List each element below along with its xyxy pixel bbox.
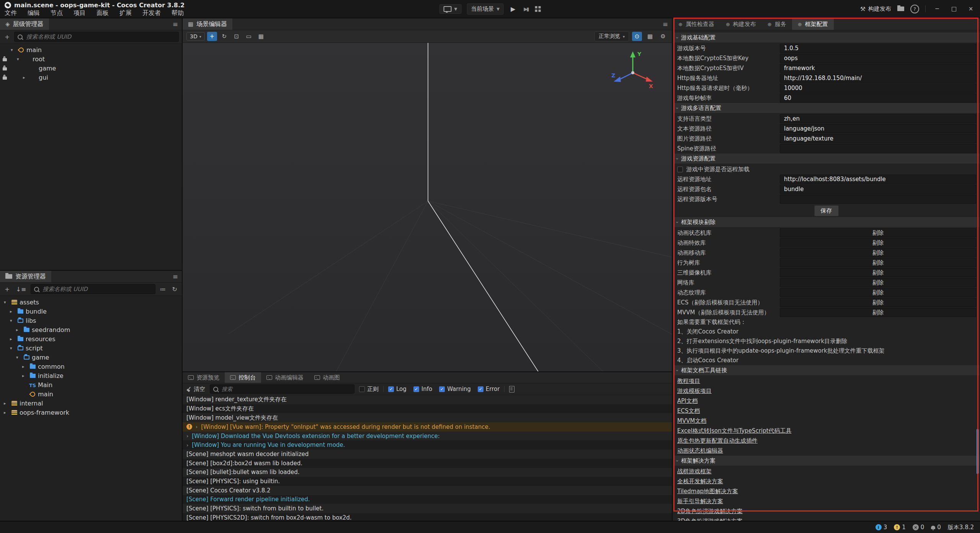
doc-link[interactable]: MVVM文档 xyxy=(677,417,706,425)
filter-icon[interactable]: ≔ xyxy=(158,286,168,293)
text-input[interactable]: zh,en xyxy=(780,114,976,123)
panel-menu-icon[interactable]: ≡ xyxy=(663,18,668,30)
log-row[interactable]: ! › [Scene] [PHYSICS]: switch from built… xyxy=(183,504,672,513)
tree-expand-arrow[interactable] xyxy=(4,300,10,305)
log-row[interactable]: ! › [Window] You are running Vue in deve… xyxy=(183,440,672,450)
tree-item[interactable]: common xyxy=(0,362,182,371)
remove-module-button[interactable]: 剔除 xyxy=(780,278,976,287)
tree-item[interactable]: gui xyxy=(0,73,182,82)
console-tab[interactable]: ›_ 动画图 xyxy=(309,372,345,383)
log-row[interactable]: ! › [Window] Download the Vue Devtools e… xyxy=(183,432,672,441)
tree-item[interactable]: assets xyxy=(0,298,182,307)
log-row[interactable]: ! › [Scene] [PHYSICS]: using builtin. xyxy=(183,477,672,486)
expand-arrow-icon[interactable]: › xyxy=(186,433,188,439)
tree-expand-arrow[interactable] xyxy=(10,346,16,351)
hierarchy-tab[interactable]: ◈ 层级管理器 xyxy=(0,18,49,30)
remove-module-button[interactable]: 剔除 xyxy=(780,288,976,297)
tree-item[interactable]: bundle xyxy=(0,307,182,316)
inspector-scrollbar-thumb[interactable] xyxy=(977,429,979,474)
step-button[interactable]: ▶▮ xyxy=(522,6,529,12)
section-header-docs[interactable]: › 框架文档工具链接 xyxy=(673,365,979,375)
tree-expand-arrow[interactable] xyxy=(17,57,23,62)
hierarchy-search-input[interactable] xyxy=(14,32,179,42)
assets-tab[interactable]: 资源管理器 xyxy=(0,271,51,282)
text-input[interactable]: 1.0.5 xyxy=(780,44,976,53)
text-input[interactable]: oops xyxy=(780,54,976,63)
log-row[interactable]: ! › [Scene] Forward render pipeline init… xyxy=(183,495,672,504)
tree-expand-arrow[interactable] xyxy=(10,309,16,314)
axis-gizmo[interactable]: Y X Z xyxy=(611,49,657,95)
notification-count[interactable]: 0 xyxy=(931,524,941,531)
tree-item[interactable]: root xyxy=(0,54,182,64)
doc-link[interactable]: Excel格式转Json文件与TypeScript代码工具 xyxy=(677,427,792,435)
panel-menu-icon[interactable]: ≡ xyxy=(173,18,178,30)
inspector-tab[interactable]: ⊕ 属性检查器 xyxy=(673,18,720,30)
help-icon[interactable]: ? xyxy=(910,5,919,13)
save-button[interactable]: 保存 xyxy=(814,205,839,216)
tree-item[interactable]: libs xyxy=(0,316,182,325)
tree-expand-arrow[interactable] xyxy=(22,364,29,369)
solution-link[interactable]: 战棋游戏框架 xyxy=(677,468,712,475)
text-input[interactable]: 10000 xyxy=(780,83,976,93)
scene-viewport[interactable]: Y X Z xyxy=(183,43,672,372)
text-input[interactable]: 60 xyxy=(780,93,976,103)
inspector-tab[interactable]: ⊕ 服务 xyxy=(762,18,792,30)
log-filter-checkbox[interactable]: Info xyxy=(413,386,432,392)
tree-expand-arrow[interactable] xyxy=(4,410,10,415)
ui-transform-tool-button[interactable]: ▦ xyxy=(256,32,266,41)
checkbox-checked-icon[interactable] xyxy=(439,386,445,392)
grid-toggle-button[interactable]: ▦ xyxy=(645,32,655,41)
tree-item[interactable]: game xyxy=(0,353,182,362)
play-button[interactable]: ▶ xyxy=(509,5,517,13)
tree-expand-arrow[interactable] xyxy=(4,401,10,406)
section-header-language[interactable]: › 游戏多语言配置 xyxy=(673,103,979,113)
scale-tool-button[interactable]: ⊡ xyxy=(232,32,242,41)
section-header-resource[interactable]: › 游戏资源配置 xyxy=(673,154,979,163)
solution-link[interactable]: 新手引导解决方案 xyxy=(677,498,723,505)
doc-link[interactable]: API文档 xyxy=(677,397,698,405)
assets-search-field[interactable] xyxy=(42,285,152,293)
menu-item[interactable]: 扩展 xyxy=(119,9,132,17)
log-filter-checkbox[interactable]: Warning xyxy=(439,386,471,392)
menu-item[interactable]: 编辑 xyxy=(28,9,40,17)
tree-item[interactable]: resources xyxy=(0,334,182,343)
expand-arrow-icon[interactable]: › xyxy=(196,424,198,430)
log-row[interactable]: ! › [Scene] [box2d]:box2d wasm lib loade… xyxy=(183,459,672,468)
text-input[interactable]: http://192.168.0.150/main/ xyxy=(780,74,976,83)
text-input[interactable]: framework xyxy=(780,64,976,73)
doc-link[interactable]: 教程项目 xyxy=(677,378,700,385)
text-input[interactable]: language/json xyxy=(780,124,976,133)
assets-search-input[interactable] xyxy=(31,284,155,294)
tree-item[interactable]: script xyxy=(0,343,182,353)
tree-expand-arrow[interactable] xyxy=(22,373,29,378)
log-row[interactable]: ! › [Window] ecs文件夹存在 xyxy=(183,404,672,414)
tree-expand-arrow[interactable] xyxy=(11,47,17,52)
remove-module-button[interactable]: 剔除 xyxy=(780,228,976,237)
close-button[interactable]: × xyxy=(965,5,976,12)
menu-item[interactable]: 面板 xyxy=(96,9,109,17)
log-row[interactable]: ! › [Scene] Cocos Creator v3.8.2 xyxy=(183,486,672,495)
minimize-button[interactable]: ─ xyxy=(932,5,942,12)
console-tab[interactable]: ›_ 控制台 xyxy=(225,372,261,383)
clear-console-button[interactable]: 清空 xyxy=(186,386,205,393)
checkbox-checked-icon[interactable] xyxy=(388,386,394,392)
scene-tab[interactable]: ▦ 场景编辑器 xyxy=(183,18,232,30)
view-mode-dropdown[interactable]: 正常浏览 ▾ xyxy=(595,31,629,41)
log-filter-checkbox[interactable]: Error xyxy=(478,386,500,392)
tree-item[interactable]: game xyxy=(0,64,182,73)
tree-expand-arrow[interactable] xyxy=(10,337,16,342)
checkbox-checked-icon[interactable] xyxy=(413,386,419,392)
expand-arrow-icon[interactable]: › xyxy=(186,442,188,448)
section-header-modules[interactable]: › 框架模块剔除 xyxy=(673,217,979,227)
maximize-button[interactable]: □ xyxy=(949,5,959,12)
console-search-input[interactable] xyxy=(210,384,354,394)
checkbox-unchecked-icon[interactable] xyxy=(677,167,683,172)
menu-item[interactable]: 文件 xyxy=(5,9,17,17)
console-tab[interactable]: ›_ 资源预览 xyxy=(183,372,225,383)
log-row[interactable]: ! › [Scene] meshopt wasm decoder initial… xyxy=(183,450,672,459)
text-input[interactable]: language/texture xyxy=(780,134,976,143)
tree-item[interactable]: oops-framework xyxy=(0,408,182,417)
remove-module-button[interactable]: 剔除 xyxy=(780,298,976,307)
remove-module-button[interactable]: 剔除 xyxy=(780,268,976,277)
sort-icon[interactable]: ↓≡ xyxy=(14,286,28,293)
